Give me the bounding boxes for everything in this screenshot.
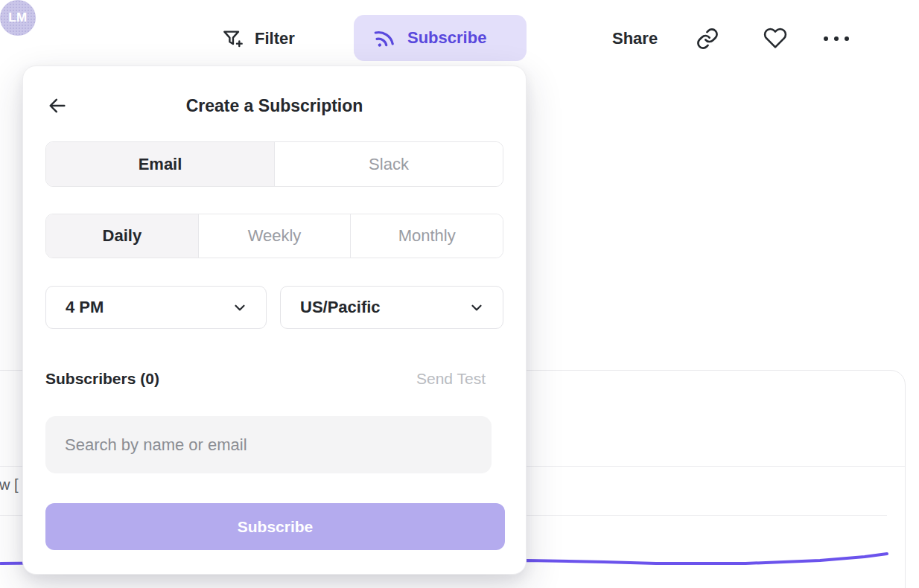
time-select-value: 4 PM <box>66 298 104 317</box>
subscriber-search-input[interactable] <box>45 416 492 473</box>
filter-label: Filter <box>255 29 295 48</box>
modal-title: Create a Subscription <box>23 96 526 116</box>
send-test-link[interactable]: Send Test <box>416 370 486 388</box>
subscribe-toolbar-button[interactable]: Subscribe <box>354 15 527 61</box>
favorite-button[interactable] <box>763 26 788 50</box>
time-select[interactable]: 4 PM <box>45 286 267 329</box>
link-icon <box>696 27 719 51</box>
heart-icon <box>763 26 788 50</box>
tab-weekly[interactable]: Weekly <box>198 214 351 258</box>
more-options-button[interactable] <box>824 27 849 51</box>
tab-daily[interactable]: Daily <box>46 214 198 258</box>
user-avatar[interactable]: LM <box>0 0 36 36</box>
funnel-plus-icon <box>220 27 244 51</box>
subscribers-row: Subscribers (0) Send Test <box>45 368 486 389</box>
tab-monthly[interactable]: Monthly <box>350 214 503 258</box>
subscribe-toolbar-label: Subscribe <box>407 28 486 48</box>
page-root: w [ Filter Subscribe LM Share <box>0 0 919 588</box>
tab-email[interactable]: Email <box>46 142 274 186</box>
chevron-down-icon <box>468 299 485 316</box>
subscribe-submit-button[interactable]: Subscribe <box>45 503 505 550</box>
frequency-tabs: Daily Weekly Monthly <box>45 214 503 258</box>
ellipsis-icon <box>824 36 849 41</box>
create-subscription-modal: Create a Subscription Email Slack Daily … <box>22 65 527 575</box>
modal-header: Create a Subscription <box>23 66 526 141</box>
subscribers-count-label: Subscribers (0) <box>45 370 159 388</box>
share-button[interactable]: Share <box>612 21 658 57</box>
timezone-select[interactable]: US/Pacific <box>280 286 503 329</box>
timezone-select-value: US/Pacific <box>300 298 381 317</box>
copy-link-button[interactable] <box>696 27 719 51</box>
filter-button[interactable]: Filter <box>220 21 295 57</box>
share-label: Share <box>612 29 658 48</box>
rss-icon <box>370 24 398 52</box>
tab-slack[interactable]: Slack <box>274 142 503 186</box>
chevron-down-icon <box>232 299 248 316</box>
channel-tabs: Email Slack <box>45 141 503 187</box>
avatar-initials: LM <box>8 10 28 25</box>
